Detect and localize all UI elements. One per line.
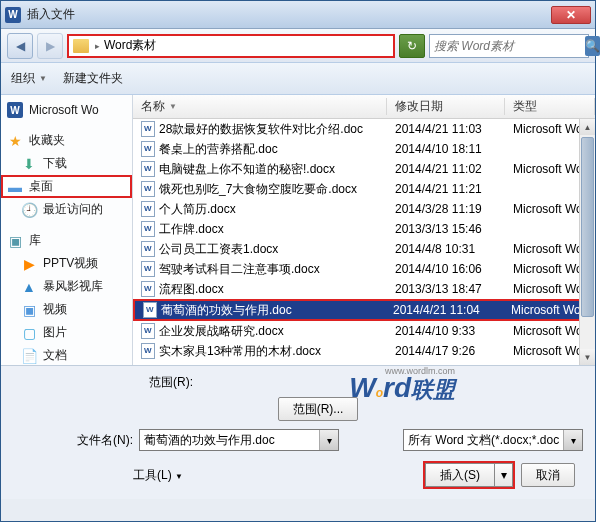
- doc-icon: [141, 141, 155, 157]
- file-date: 2014/4/17 9:26: [387, 344, 505, 358]
- search-icon[interactable]: 🔍: [585, 36, 600, 56]
- video-icon: ▣: [21, 302, 37, 318]
- sort-icon: ▼: [169, 102, 177, 111]
- table-row[interactable]: 饿死也别吃_7大食物空腹吃要命.docx2014/4/21 11:21: [133, 179, 595, 199]
- file-date: 2014/4/10 16:06: [387, 262, 505, 276]
- file-name: 饿死也别吃_7大食物空腹吃要命.docx: [159, 181, 357, 198]
- file-rows: 28款最好的数据恢复软件对比介绍.doc2014/4/21 11:03Micro…: [133, 119, 595, 365]
- close-button[interactable]: ✕: [551, 6, 591, 24]
- scroll-down-icon[interactable]: ▼: [580, 349, 595, 365]
- sidebar-item-pptv[interactable]: ▶PPTV视频: [1, 252, 132, 275]
- dropdown-icon: ▼: [175, 472, 183, 481]
- table-row[interactable]: 餐桌上的营养搭配.doc2014/4/10 18:11: [133, 139, 595, 159]
- recent-icon: 🕘: [21, 202, 37, 218]
- file-date: 2014/4/21 11:02: [387, 162, 505, 176]
- breadcrumb[interactable]: ▸ Word素材: [67, 34, 395, 58]
- app-icon: W: [5, 7, 21, 23]
- sidebar-favorites[interactable]: ★ 收藏夹: [1, 129, 132, 152]
- column-type[interactable]: 类型: [505, 98, 595, 115]
- file-name: 企业发展战略研究.docx: [159, 323, 284, 340]
- doc-icon: [141, 221, 155, 237]
- table-row[interactable]: 驾驶考试科目二注意事项.docx2014/4/10 16:06Microsoft…: [133, 259, 595, 279]
- table-row[interactable]: 实木家具13种常用的木材.docx2014/4/17 9:26Microsoft…: [133, 341, 595, 361]
- file-name: 实木家具13种常用的木材.docx: [159, 343, 321, 360]
- file-date: 2014/4/10 18:11: [387, 142, 505, 156]
- sidebar-library[interactable]: ▣ 库: [1, 229, 132, 252]
- refresh-button[interactable]: ↻: [399, 34, 425, 58]
- range-label: 范围(R):: [13, 374, 193, 391]
- table-row[interactable]: 流程图.docx2013/3/13 18:47Microsoft Wo: [133, 279, 595, 299]
- sidebar-item-downloads[interactable]: ⬇ 下载: [1, 152, 132, 175]
- table-row[interactable]: 电脑键盘上你不知道的秘密!.docx2014/4/21 11:02Microso…: [133, 159, 595, 179]
- doc-icon: [143, 302, 157, 318]
- sidebar-item-msword[interactable]: W Microsoft Wo: [1, 99, 132, 121]
- file-date: 2013/3/13 18:47: [387, 282, 505, 296]
- video-icon: ▶: [21, 256, 37, 272]
- doc-icon: [141, 181, 155, 197]
- column-date[interactable]: 修改日期: [387, 98, 505, 115]
- file-date: 2014/4/10 9:33: [387, 324, 505, 338]
- file-name: 流程图.docx: [159, 281, 224, 298]
- back-button[interactable]: ◀: [7, 33, 33, 59]
- file-date: 2014/4/21 11:21: [387, 182, 505, 196]
- sidebar-item-videos[interactable]: ▣视频: [1, 298, 132, 321]
- file-name: 驾驶考试科目二注意事项.docx: [159, 261, 320, 278]
- insert-button[interactable]: 插入(S): [425, 463, 495, 487]
- table-row[interactable]: 公司员工工资表1.docx2014/4/8 10:31Microsoft Wo: [133, 239, 595, 259]
- tools-label[interactable]: 工具(L) ▼: [133, 467, 183, 484]
- download-icon: ⬇: [21, 156, 37, 172]
- doc-icon: [141, 201, 155, 217]
- search-input[interactable]: [434, 39, 585, 53]
- filetype-combo[interactable]: 所有 Word 文档(*.docx;*.doc: [403, 429, 583, 451]
- file-name: 个人简历.docx: [159, 201, 236, 218]
- file-list: 名称 ▼ 修改日期 类型 28款最好的数据恢复软件对比介绍.doc2014/4/…: [133, 95, 595, 365]
- table-row[interactable]: 葡萄酒的功效与作用.doc2014/4/21 11:04Microsoft Wo: [133, 299, 595, 321]
- file-date: 2014/4/21 11:03: [387, 122, 505, 136]
- sidebar-item-recent[interactable]: 🕘 最近访问的: [1, 198, 132, 221]
- filename-label: 文件名(N):: [13, 432, 133, 449]
- star-icon: ★: [7, 133, 23, 149]
- table-row[interactable]: 工作牌.docx2013/3/13 15:46: [133, 219, 595, 239]
- search-box[interactable]: 🔍: [429, 34, 589, 58]
- doc-icon: [141, 343, 155, 359]
- chevron-right-icon: ▸: [95, 41, 100, 51]
- column-name[interactable]: 名称 ▼: [133, 98, 387, 115]
- scroll-thumb[interactable]: [581, 137, 594, 317]
- organize-button[interactable]: 组织 ▼: [11, 70, 47, 87]
- doc-icon: [141, 161, 155, 177]
- file-name: 公司员工工资表1.docx: [159, 241, 278, 258]
- dropdown-icon: ▼: [39, 74, 47, 83]
- sidebar-item-baofeng[interactable]: ▲暴风影视库: [1, 275, 132, 298]
- scroll-up-icon[interactable]: ▲: [580, 119, 595, 135]
- file-date: 2013/3/13 15:46: [387, 222, 505, 236]
- insert-dropdown[interactable]: ▾: [495, 463, 513, 487]
- table-row[interactable]: 企业发展战略研究.docx2014/4/10 9:33Microsoft Wo: [133, 321, 595, 341]
- dialog-window: W 插入文件 ✕ ◀ ▶ ▸ Word素材 ↻ 🔍 组织 ▼ 新建文件夹 W M…: [0, 0, 596, 522]
- file-date: 2014/3/28 11:19: [387, 202, 505, 216]
- table-row[interactable]: 28款最好的数据恢复软件对比介绍.doc2014/4/21 11:03Micro…: [133, 119, 595, 139]
- folder-icon: [73, 39, 89, 53]
- filename-combo[interactable]: 葡萄酒的功效与作用.doc: [139, 429, 339, 451]
- sidebar-item-pictures[interactable]: ▢图片: [1, 321, 132, 344]
- bottom-panel: www.wordlm.com Word联盟 范围(R): 范围(R)... 文件…: [1, 365, 595, 499]
- file-date: 2014/4/21 11:04: [385, 303, 503, 317]
- doc-icon: [141, 121, 155, 137]
- document-icon: 📄: [21, 348, 37, 364]
- sidebar-item-desktop[interactable]: ▬ 桌面: [1, 175, 132, 198]
- storm-icon: ▲: [21, 279, 37, 295]
- insert-button-group: 插入(S) ▾: [423, 461, 515, 489]
- doc-icon: [141, 323, 155, 339]
- main-pane: W Microsoft Wo ★ 收藏夹 ⬇ 下载 ▬ 桌面 🕘: [1, 95, 595, 365]
- navbar: ◀ ▶ ▸ Word素材 ↻ 🔍: [1, 29, 595, 63]
- scrollbar-vertical[interactable]: ▲ ▼: [579, 119, 595, 365]
- range-button[interactable]: 范围(R)...: [278, 397, 359, 421]
- watermark-url: www.wordlm.com: [385, 366, 455, 376]
- sidebar-item-documents[interactable]: 📄文档: [1, 344, 132, 365]
- new-folder-button[interactable]: 新建文件夹: [63, 70, 123, 87]
- table-row[interactable]: 个人简历.docx2014/3/28 11:19Microsoft Wo: [133, 199, 595, 219]
- column-header: 名称 ▼ 修改日期 类型: [133, 95, 595, 119]
- word-icon: W: [7, 102, 23, 118]
- forward-button[interactable]: ▶: [37, 33, 63, 59]
- cancel-button[interactable]: 取消: [521, 463, 575, 487]
- picture-icon: ▢: [21, 325, 37, 341]
